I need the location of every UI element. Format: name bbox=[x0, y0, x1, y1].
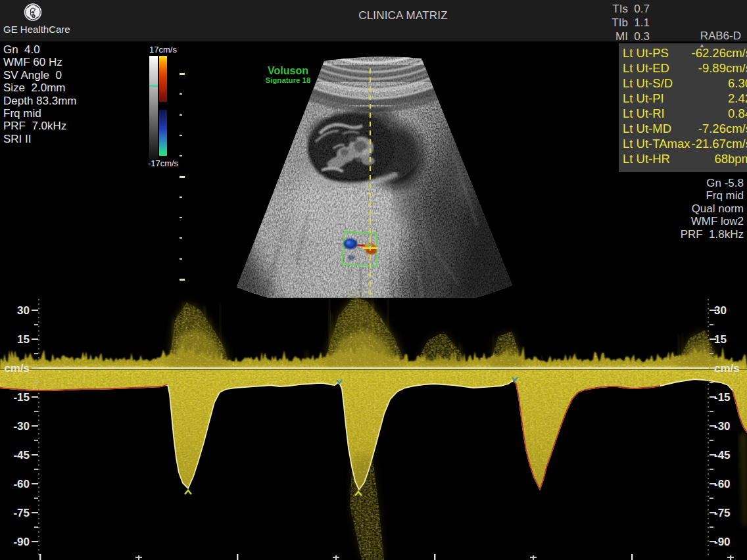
svg-text:-30: -30 bbox=[13, 420, 30, 432]
svg-text:-45: -45 bbox=[13, 449, 30, 461]
svg-text:-90: -90 bbox=[13, 536, 30, 548]
svg-text:-30: -30 bbox=[714, 420, 731, 432]
svg-text:-60: -60 bbox=[714, 478, 731, 490]
svg-text:-90: -90 bbox=[714, 536, 731, 548]
svg-text:30: 30 bbox=[17, 304, 30, 317]
svg-text:cm/s: cm/s bbox=[714, 362, 740, 375]
svg-text:-45: -45 bbox=[714, 449, 731, 461]
svg-text:Signature 18: Signature 18 bbox=[265, 76, 311, 84]
svg-text:Voluson: Voluson bbox=[268, 65, 308, 76]
svg-text:-15: -15 bbox=[714, 391, 731, 404]
svg-text:-75: -75 bbox=[714, 507, 731, 519]
svg-text:-60: -60 bbox=[13, 478, 30, 490]
svg-text:-15: -15 bbox=[13, 391, 30, 404]
svg-text:-75: -75 bbox=[13, 507, 30, 519]
svg-text:cm/s: cm/s bbox=[4, 362, 30, 375]
svg-text:15: 15 bbox=[17, 333, 30, 346]
